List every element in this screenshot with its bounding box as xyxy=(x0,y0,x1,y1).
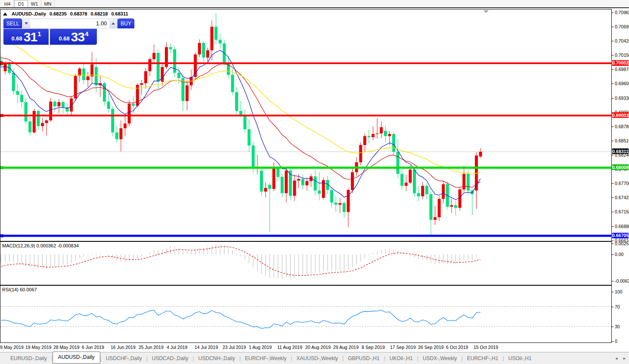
buy-price-display[interactable]: 0.68 33 4 xyxy=(50,29,97,45)
candle-body xyxy=(380,127,383,134)
candle-body xyxy=(231,75,234,92)
symbol-tab-xauusd-weekly[interactable]: XAUUSD-,Weekly xyxy=(292,354,342,363)
date-tick-label: 19 May 2019 xyxy=(25,345,52,350)
tabs-scroll-left-icon[interactable]: ◄ xyxy=(614,356,618,361)
symbol-tab-usoil-h1[interactable]: USOil-,H1 xyxy=(504,354,536,363)
candle-body xyxy=(206,50,209,58)
candle-body xyxy=(132,104,135,106)
line-anchor-marker[interactable] xyxy=(0,166,3,169)
axis-tick xyxy=(612,292,614,292)
date-tick-label: 28 May 2019 xyxy=(53,345,80,350)
candle-body xyxy=(115,133,118,139)
candle-body xyxy=(297,179,300,181)
candle-body xyxy=(454,205,457,208)
candle-body xyxy=(363,136,366,145)
axis-tick xyxy=(612,83,614,84)
candle-body xyxy=(157,53,160,82)
candle-body xyxy=(82,68,85,80)
candle-body xyxy=(376,133,379,134)
sell-button[interactable]: SELL xyxy=(3,19,22,28)
candle-body xyxy=(276,169,279,177)
symbol-tab-eurchf-weekly[interactable]: EURCHF-,Weekly xyxy=(241,354,291,363)
chart-shift-marker-icon[interactable] xyxy=(483,10,489,13)
symbol-tab-ukoil-h1[interactable]: UKOil-,H1 xyxy=(385,354,417,363)
candle-body xyxy=(219,40,222,44)
candle-body xyxy=(214,27,217,40)
symbol-tab-usdcad-daily[interactable]: USDCAD-,Daily xyxy=(148,354,193,363)
date-tick-label: 23 Jul 2019 xyxy=(223,345,246,350)
candle-body xyxy=(57,102,60,106)
symbol-tab-eurchf-h1[interactable]: EURCHF-,H1 xyxy=(463,354,503,363)
rsi-tick-label: 30 xyxy=(615,324,620,329)
axis-tick xyxy=(612,241,614,241)
chart-area[interactable] xyxy=(0,9,612,343)
sell-price-big: 31 xyxy=(24,30,37,44)
volume-decrease-button[interactable] xyxy=(22,19,30,28)
timeframe-button-mn[interactable]: MN xyxy=(41,0,55,7)
candle-body xyxy=(438,199,441,217)
axis-tick xyxy=(612,98,614,99)
candle-body xyxy=(417,193,420,196)
symbol-tab-gbpusd-h1[interactable]: GBPUSD-,H1 xyxy=(344,354,384,363)
candle-body xyxy=(149,59,152,71)
candle-body xyxy=(405,183,408,186)
timeframe-button-d1[interactable]: D1 xyxy=(14,0,28,7)
price-tick-label: 0.67425 xyxy=(615,195,629,200)
tabs-scroll-right-icon[interactable]: ► xyxy=(623,356,626,361)
price-axis[interactable]: 0.709650.706950.704200.701500.698750.696… xyxy=(612,9,629,343)
rsi-pane[interactable] xyxy=(0,286,611,342)
candle-body xyxy=(301,179,304,185)
macd-pane[interactable] xyxy=(0,242,611,285)
candle-body xyxy=(239,111,242,115)
price-tick-label: 0.70150 xyxy=(615,52,629,58)
candle-body xyxy=(169,47,172,49)
candle-body xyxy=(53,102,56,106)
macd-tick-label: 0.00 xyxy=(615,252,623,257)
candle-body xyxy=(41,123,44,126)
axis-tick xyxy=(612,183,614,184)
line-anchor-marker[interactable] xyxy=(0,62,3,65)
candle-body xyxy=(119,128,122,139)
chart-symbol-header: AUDUSD-,Daily 0.68235 0.68378 0.68218 0.… xyxy=(3,11,128,16)
volume-increase-button[interactable] xyxy=(109,19,117,28)
candle-body xyxy=(305,181,308,185)
candle-body xyxy=(198,43,201,55)
candle-body xyxy=(293,181,296,196)
candle-body xyxy=(37,111,40,126)
candle-body xyxy=(347,190,350,212)
line-anchor-marker[interactable] xyxy=(0,234,3,238)
macd-signal-line xyxy=(1,247,481,275)
volume-input[interactable] xyxy=(30,19,109,28)
price-tick-label: 0.68515 xyxy=(615,138,629,143)
symbol-tab-eurusd-daily[interactable]: EURUSD-,Daily xyxy=(6,354,51,363)
sell-price-sup: 1 xyxy=(37,30,41,37)
timeframe-button-w1[interactable]: W1 xyxy=(28,0,41,7)
date-tick-label: 8 Sep 2019 xyxy=(362,345,385,350)
symbol-tab-audusd-daily[interactable]: AUDUSD-,Daily xyxy=(53,352,100,364)
symbol-tab-usdx-weekly[interactable]: USDX-,Weekly xyxy=(418,354,462,363)
candle-body xyxy=(421,186,424,196)
symbol-period-label: AUDUSD-,Daily xyxy=(12,11,46,16)
candle-body xyxy=(268,185,271,189)
timeframe-button-h4[interactable]: H4 xyxy=(1,0,14,7)
axis-tick xyxy=(612,141,614,141)
axis-tick xyxy=(612,327,614,327)
candle-body xyxy=(409,170,412,182)
triangle-down-icon xyxy=(25,22,28,25)
candle-body xyxy=(252,145,255,169)
symbol-tab-usdchf-daily[interactable]: USDCHF-,Daily xyxy=(102,354,146,363)
line-anchor-marker[interactable] xyxy=(0,114,3,117)
candle-body xyxy=(140,83,143,85)
buy-button[interactable]: BUY xyxy=(118,19,134,28)
candle-body xyxy=(442,184,445,199)
high-value: 0.68378 xyxy=(70,11,87,16)
date-tick-label: 1 Aug 2019 xyxy=(249,345,272,350)
time-axis[interactable]: 9 May 201919 May 201928 May 20196 Jun 20… xyxy=(0,343,612,352)
sell-price-display[interactable]: 0.68 31 1 xyxy=(3,29,49,45)
date-tick-label: 20 Aug 2019 xyxy=(305,345,331,350)
candle-body xyxy=(95,67,98,86)
symbol-tab-usdcnh-daily[interactable]: USDCNH-,Daily xyxy=(194,354,239,363)
candle-body xyxy=(4,64,7,71)
candle-body xyxy=(243,114,246,129)
rsi-indicator-label: RSI(14) 60.0067 xyxy=(2,287,37,292)
